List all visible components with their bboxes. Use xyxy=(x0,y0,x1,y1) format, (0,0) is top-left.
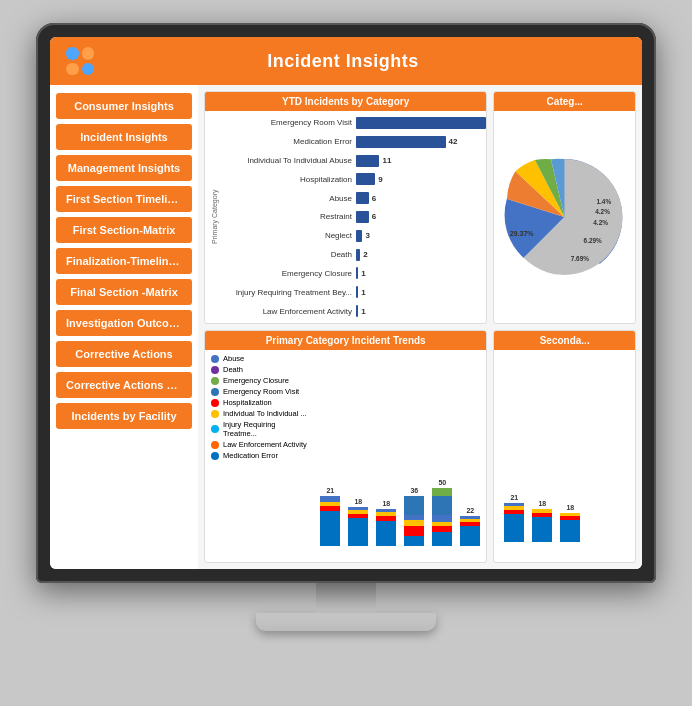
secondary-bar-top-label: 18 xyxy=(538,500,546,507)
sidebar-item-7[interactable]: Investigation Outcomes xyxy=(56,310,192,336)
bar-row: Injury Requiring Treatment Bey...1 xyxy=(222,286,486,298)
secondary-panel-body: 211818 xyxy=(494,350,635,562)
stacked-segment xyxy=(432,488,452,496)
bar-value: 3 xyxy=(365,231,369,240)
bar-row: Law Enforcement Activity1 xyxy=(222,305,486,317)
header-title: Incident Insights xyxy=(94,51,592,72)
sidebar-item-5[interactable]: Finalization-Timeliness xyxy=(56,248,192,274)
secondary-panel: Seconda... 211818 xyxy=(493,330,636,563)
stacked-bar xyxy=(404,496,424,546)
stacked-segment xyxy=(404,496,424,515)
legend-item-3: Emergency Room Visit xyxy=(211,387,308,396)
bar-group: 50 xyxy=(432,479,452,546)
bar-group: 36 xyxy=(404,487,424,546)
legend-dot xyxy=(211,452,219,460)
logo-dot-3 xyxy=(66,63,79,76)
stacked-segment xyxy=(404,526,424,536)
bar-group: 22 xyxy=(460,507,480,546)
bar-row: Death2 xyxy=(222,249,486,261)
secondary-bar-group: 21 xyxy=(504,494,524,542)
svg-text:4.2%: 4.2% xyxy=(594,219,609,226)
legend-item-7: Law Enforcement Activity xyxy=(211,440,308,449)
bar-group: 21 xyxy=(320,487,340,546)
stacked-bar xyxy=(348,507,368,546)
sidebar-item-1[interactable]: Incident Insights xyxy=(56,124,192,150)
secondary-stacked-bar xyxy=(560,513,580,542)
sidebar-item-8[interactable]: Corrective Actions xyxy=(56,341,192,367)
pie-panel: Categ... xyxy=(493,91,636,324)
bar-top-label: 21 xyxy=(326,487,334,494)
bar-value: 2 xyxy=(363,250,367,259)
bar-top-label: 22 xyxy=(466,507,474,514)
pie-panel-header: Categ... xyxy=(494,92,635,111)
legend-item-2: Emergency Closure xyxy=(211,376,308,385)
secondary-panel-header: Seconda... xyxy=(494,331,635,350)
sidebar-item-6[interactable]: Final Section -Matrix xyxy=(56,279,192,305)
bar-fill xyxy=(356,249,360,261)
secondary-bar-top-label: 18 xyxy=(566,504,574,511)
bar-label: Abuse xyxy=(222,194,352,203)
bar-row: Medication Error42 xyxy=(222,136,486,148)
main-content: Consumer InsightsIncident InsightsManage… xyxy=(50,85,642,569)
bar-container: 61 xyxy=(356,117,486,129)
legend-label: Death xyxy=(223,365,243,374)
top-row: YTD Incidents by Category Primary Catego… xyxy=(204,91,636,324)
bar-container: 2 xyxy=(356,249,486,261)
legend-label: Individual To Individual ... xyxy=(223,409,307,418)
legend-dot xyxy=(211,399,219,407)
bar-row: Hospitalization9 xyxy=(222,173,486,185)
ytd-panel: YTD Incidents by Category Primary Catego… xyxy=(204,91,487,324)
sidebar-item-2[interactable]: Management Insights xyxy=(56,155,192,181)
sidebar-item-4[interactable]: First Section-Matrix xyxy=(56,217,192,243)
bar-label: Death xyxy=(222,250,352,259)
sidebar-item-3[interactable]: First Section Timeliness xyxy=(56,186,192,212)
stacked-segment xyxy=(320,511,340,546)
legend-item-5: Individual To Individual ... xyxy=(211,409,308,418)
bar-container: 9 xyxy=(356,173,486,185)
stacked-segment xyxy=(432,496,452,515)
legend-label: Emergency Room Visit xyxy=(223,387,299,396)
bar-fill xyxy=(356,173,375,185)
legend-label: Hospitalization xyxy=(223,398,272,407)
secondary-stacked-bar xyxy=(504,503,524,542)
y-axis-label: Primary Category xyxy=(209,115,220,319)
ytd-panel-body: Primary Category Emergency Room Visit61M… xyxy=(205,111,486,323)
sidebar-item-0[interactable]: Consumer Insights xyxy=(56,93,192,119)
legend-label: Emergency Closure xyxy=(223,376,289,385)
bar-label: Neglect xyxy=(222,231,352,240)
trends-panel-header: Primary Category Incident Trends xyxy=(205,331,486,350)
bar-value: 9 xyxy=(378,175,382,184)
bar-row: Emergency Closure1 xyxy=(222,267,486,279)
legend-item-6: Injury Requiring Treatme... xyxy=(211,420,308,438)
logo xyxy=(66,47,94,75)
monitor-body: Incident Insights Consumer InsightsIncid… xyxy=(36,23,656,583)
grouped-bars: 211818365022 xyxy=(314,350,486,562)
bar-fill xyxy=(356,305,358,317)
bar-label: Emergency Closure xyxy=(222,269,352,278)
stacked-bar xyxy=(376,509,396,546)
svg-text:6.29%: 6.29% xyxy=(584,237,602,244)
sidebar-item-9[interactable]: Corrective Actions Detail xyxy=(56,372,192,398)
bar-container: 6 xyxy=(356,192,486,204)
header: Incident Insights xyxy=(50,37,642,85)
trends-panel-body: AbuseDeathEmergency ClosureEmergency Roo… xyxy=(205,350,486,562)
bar-label: Hospitalization xyxy=(222,175,352,184)
legend-item-4: Hospitalization xyxy=(211,398,308,407)
legend-dot xyxy=(211,366,219,374)
bar-fill xyxy=(356,230,362,242)
trends-legend: AbuseDeathEmergency ClosureEmergency Roo… xyxy=(205,350,314,562)
legend-item-8: Medication Error xyxy=(211,451,308,460)
stacked-bar xyxy=(432,488,452,546)
bar-top-label: 18 xyxy=(354,498,362,505)
sidebar-item-10[interactable]: Incidents by Facility xyxy=(56,403,192,429)
svg-text:29.37%: 29.37% xyxy=(510,230,535,237)
secondary-bar-group: 18 xyxy=(560,504,580,542)
bar-container: 1 xyxy=(356,267,486,279)
screen: Incident Insights Consumer InsightsIncid… xyxy=(50,37,642,569)
logo-dots xyxy=(66,47,94,75)
bar-value: 1 xyxy=(361,269,365,278)
svg-text:7.69%: 7.69% xyxy=(571,255,589,262)
sidebar: Consumer InsightsIncident InsightsManage… xyxy=(50,85,198,569)
secondary-stacked-segment xyxy=(504,514,524,542)
stacked-segment xyxy=(348,518,368,546)
